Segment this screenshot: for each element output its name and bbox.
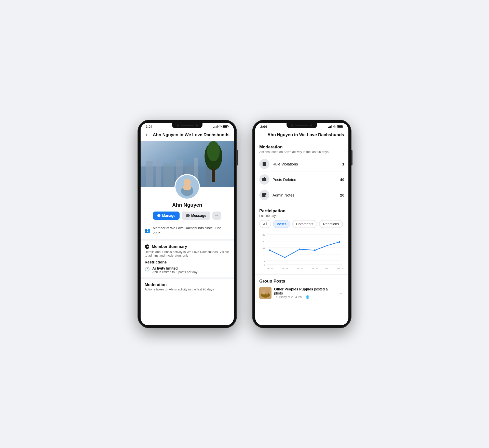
- restriction-details: Activity limited Ahn is limited to 5 pos…: [152, 266, 197, 274]
- svg-text:5: 5: [264, 259, 265, 262]
- rule-violations-label: Rule Violations: [273, 162, 342, 166]
- shield-star-icon: ★: [145, 244, 150, 249]
- svg-rect-6: [223, 126, 227, 128]
- side-button-right: [351, 150, 352, 165]
- svg-rect-2: [216, 126, 216, 128]
- posts-deleted-row[interactable]: Posts Deleted 49: [259, 172, 344, 187]
- svg-rect-44: [263, 196, 265, 196]
- side-button: [237, 150, 238, 165]
- tab-all[interactable]: All: [259, 220, 271, 228]
- post-meta: Thursday at 2:04 PM • 🌐: [274, 295, 334, 299]
- nav-header-right: ← Ahn Nguyen in We Love Dachshunds: [255, 130, 348, 141]
- battery-icon-right: [337, 125, 343, 128]
- svg-text:≡: ≡: [265, 195, 266, 197]
- battery-icon: [223, 125, 229, 128]
- tab-posts[interactable]: Posts: [273, 220, 290, 228]
- member-summary-section: ★ Member Summary Details about Ahn's act…: [141, 241, 234, 279]
- svg-rect-25: [328, 127, 329, 128]
- posts-deleted-label: Posts Deleted: [273, 177, 340, 182]
- svg-point-65: [269, 249, 270, 251]
- svg-point-69: [327, 245, 328, 246]
- svg-text:Jan 21: Jan 21: [324, 267, 331, 270]
- profile-name: Ahn Nguyen: [141, 202, 234, 208]
- svg-text:0: 0: [264, 263, 265, 266]
- left-screen: 2:04 ← Ahn Nguyen in We Love Dachshunds: [141, 123, 234, 325]
- participation-subtitle: Last 90 days: [259, 214, 344, 218]
- svg-rect-3: [217, 125, 218, 128]
- svg-point-67: [299, 248, 301, 250]
- status-time: 2:04: [146, 125, 152, 129]
- speaker: [181, 125, 194, 126]
- back-button-right[interactable]: ←: [259, 132, 265, 138]
- svg-text:Jan 12: Jan 12: [266, 267, 273, 270]
- posts-deleted-icon: [259, 174, 269, 185]
- post-thumbnail: [259, 287, 271, 299]
- svg-rect-5: [228, 126, 229, 127]
- moderation-section: Moderation Actions taken on Ahn's activi…: [255, 141, 348, 205]
- post-author: Other Peoples Puppies posted a photo: [274, 287, 334, 295]
- svg-rect-28: [332, 125, 332, 128]
- status-time-right: 2:04: [260, 125, 267, 129]
- message-button[interactable]: Message: [182, 212, 210, 220]
- filter-tabs: All Posts Comments Reactions: [259, 220, 344, 228]
- svg-point-68: [314, 249, 316, 251]
- svg-rect-34: [263, 164, 266, 164]
- camera-r2: [310, 124, 312, 127]
- member-info: 👥 Member of We Love Dachshunds since Jun…: [141, 223, 234, 241]
- svg-rect-27: [330, 126, 331, 128]
- status-icons: [213, 125, 229, 128]
- post-image: [259, 287, 271, 299]
- svg-rect-35: [263, 165, 265, 165]
- svg-text:★: ★: [146, 245, 149, 248]
- tab-reactions[interactable]: Reactions: [319, 220, 343, 228]
- svg-text:15: 15: [263, 246, 265, 249]
- phone-notch: [172, 123, 202, 128]
- delete-post-icon: [262, 177, 267, 182]
- svg-text:25: 25: [263, 233, 265, 236]
- post-row[interactable]: Other Peoples Puppies posted a photo Thu…: [259, 287, 344, 299]
- post-more-button[interactable]: ···: [336, 289, 344, 297]
- profile-photo: [174, 174, 200, 200]
- signal-icon-right: [328, 125, 332, 128]
- status-icons-right: [328, 125, 343, 128]
- svg-rect-26: [329, 127, 330, 128]
- tab-comments[interactable]: Comments: [292, 220, 317, 228]
- mod-subtitle: Actions taken on Ahn's activity in the l…: [259, 150, 344, 154]
- svg-rect-37: [263, 179, 266, 179]
- svg-text:10: 10: [263, 253, 265, 256]
- rule-violations-row[interactable]: Rule Violations 1: [259, 156, 344, 172]
- restriction-item: 🕐 Activity limited Ahn is limited to 5 p…: [145, 266, 230, 274]
- svg-text:20: 20: [263, 240, 265, 243]
- svg-rect-31: [338, 126, 342, 128]
- admin-notes-icon: ≡: [259, 190, 269, 200]
- wifi-icon-right: [333, 125, 336, 128]
- svg-point-23: [183, 184, 191, 190]
- speaker-r: [295, 125, 308, 126]
- messenger-icon: [186, 214, 190, 217]
- moderation-subtitle: Actions taken on Ahn's activity in the l…: [145, 288, 230, 291]
- rule-violations-count: 1: [342, 162, 344, 166]
- restrictions-title: Restrictions: [145, 260, 230, 264]
- admin-notes-row[interactable]: ≡ Admin Notes 20: [259, 187, 344, 203]
- group-icon: 👥: [145, 228, 150, 233]
- svg-rect-38: [263, 180, 265, 180]
- svg-point-66: [284, 257, 286, 258]
- rule-violations-icon: [259, 159, 269, 169]
- group-posts-title: Group Posts: [259, 279, 344, 284]
- camera2: [196, 124, 198, 127]
- wifi-icon: [218, 125, 222, 128]
- mod-title: Moderation: [259, 145, 344, 150]
- manage-button[interactable]: Manage: [153, 212, 180, 220]
- member-summary-title: ★ Member Summary: [145, 244, 230, 249]
- back-button[interactable]: ←: [145, 132, 150, 138]
- admin-notes-count: 20: [340, 193, 344, 197]
- action-buttons: Manage Message ···: [141, 212, 234, 220]
- nav-header: ← Ahn Nguyen in We Love Dachshunds: [141, 130, 234, 141]
- more-button[interactable]: ···: [212, 212, 222, 220]
- right-screen: 2:04 ← Ahn Nguyen in We Love Dachshunds …: [255, 123, 348, 325]
- participation-title: Participation: [259, 208, 344, 214]
- page-title: Ahn Nguyen in We Love Dachshunds: [153, 132, 229, 138]
- svg-rect-30: [343, 126, 343, 127]
- camera-r: [291, 124, 293, 127]
- notes-icon: ≡: [262, 192, 267, 198]
